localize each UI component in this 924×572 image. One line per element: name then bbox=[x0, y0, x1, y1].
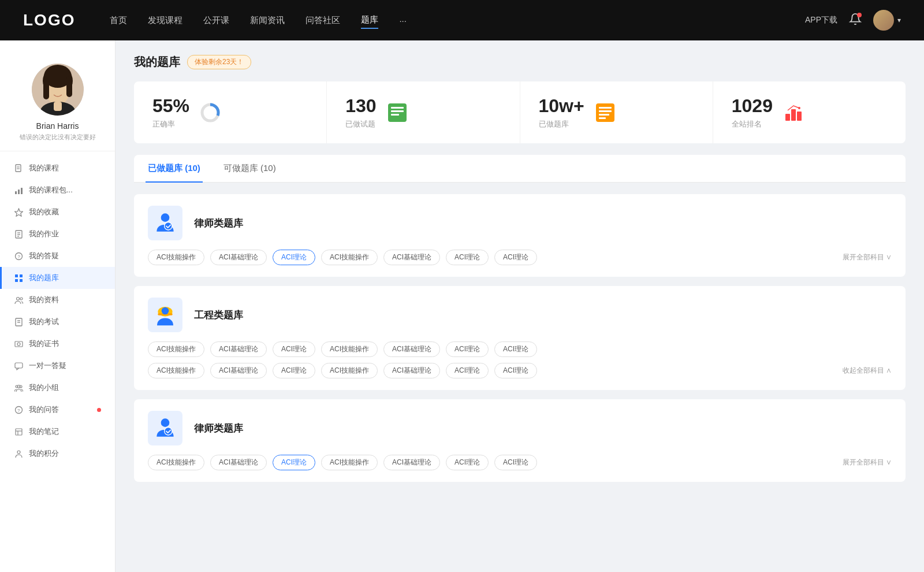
sidebar-label-myqa: 我的问答 bbox=[29, 404, 91, 415]
tag[interactable]: ACI基础理论 bbox=[383, 455, 440, 470]
notification-button[interactable] bbox=[849, 13, 862, 28]
svg-point-58 bbox=[161, 213, 170, 222]
tag[interactable]: ACI技能操作 bbox=[148, 363, 204, 378]
profile-name: Brian Harris bbox=[36, 121, 79, 131]
tag[interactable]: ACI理论 bbox=[446, 341, 489, 357]
svg-point-41 bbox=[17, 451, 20, 454]
svg-rect-38 bbox=[16, 429, 22, 435]
person-icon bbox=[14, 449, 23, 458]
tag[interactable]: ACI基础理论 bbox=[383, 250, 440, 265]
grid-icon bbox=[14, 273, 23, 283]
page-header: 我的题库 体验剩余23天！ bbox=[134, 54, 906, 70]
expand-link-1[interactable]: 展开全部科目 ∨ bbox=[843, 252, 892, 262]
sidebar-label-exam: 我的考试 bbox=[29, 317, 101, 327]
sidebar-label-data: 我的资料 bbox=[29, 295, 101, 305]
svg-text:?: ? bbox=[17, 254, 20, 259]
main-content: 我的题库 体验剩余23天！ 55% 正确率 bbox=[116, 40, 924, 572]
tag[interactable]: ACI技能操作 bbox=[321, 341, 378, 357]
qbank-icon-engineer bbox=[148, 298, 182, 332]
tag[interactable]: ACI技能操作 bbox=[321, 363, 378, 378]
tag[interactable]: ACI基础理论 bbox=[383, 341, 440, 357]
svg-rect-21 bbox=[15, 274, 18, 277]
star-icon bbox=[14, 207, 23, 217]
qbank-card-2: 工程类题库 ACI技能操作 ACI基础理论 ACI理论 ACI技能操作 ACI基… bbox=[134, 286, 906, 390]
tag[interactable]: ACI理论 bbox=[446, 363, 489, 378]
tag[interactable]: ACI理论 bbox=[446, 250, 489, 265]
sidebar-item-group[interactable]: 我的小组 bbox=[0, 377, 115, 399]
sidebar-label-oneonone: 一对一答疑 bbox=[29, 361, 101, 371]
sidebar-item-oneonone[interactable]: 一对一答疑 bbox=[0, 355, 115, 377]
sidebar-item-questions[interactable]: ? 我的答疑 bbox=[0, 245, 115, 267]
logo: LOGO bbox=[23, 11, 75, 29]
tag[interactable]: ACI基础理论 bbox=[383, 363, 440, 378]
svg-rect-47 bbox=[391, 110, 404, 112]
nav-opencourse[interactable]: 公开课 bbox=[203, 13, 229, 28]
tag[interactable]: ACI技能操作 bbox=[148, 341, 204, 357]
tag[interactable]: ACI理论 bbox=[494, 250, 537, 265]
nav-news[interactable]: 新闻资讯 bbox=[250, 13, 285, 28]
tag[interactable]: ACI理论 bbox=[273, 341, 315, 357]
tag[interactable]: ACI基础理论 bbox=[210, 250, 267, 265]
sidebar-item-exam[interactable]: 我的考试 bbox=[0, 311, 115, 333]
svg-marker-14 bbox=[14, 209, 23, 216]
svg-rect-32 bbox=[15, 363, 23, 368]
tab-available[interactable]: 可做题库 (10) bbox=[221, 155, 278, 182]
sidebar-item-points[interactable]: 我的积分 bbox=[0, 443, 115, 465]
done-questions-icon bbox=[386, 101, 409, 124]
svg-rect-56 bbox=[797, 112, 802, 121]
tag[interactable]: ACI技能操作 bbox=[148, 250, 204, 265]
expand-link-3[interactable]: 展开全部科目 ∨ bbox=[843, 458, 892, 467]
sidebar-label-favorites: 我的收藏 bbox=[29, 207, 101, 217]
svg-rect-52 bbox=[599, 114, 609, 116]
nav-qa[interactable]: 问答社区 bbox=[305, 13, 340, 28]
svg-rect-8 bbox=[16, 165, 21, 172]
sidebar-item-myqa[interactable]: ? 我的问答 bbox=[0, 399, 115, 421]
sidebar-item-notes[interactable]: 我的笔记 bbox=[0, 421, 115, 443]
tag[interactable]: ACI理论 bbox=[494, 455, 537, 470]
sidebar-item-homework[interactable]: 我的作业 bbox=[0, 223, 115, 245]
qa-dot bbox=[97, 408, 101, 412]
sidebar-item-coursepack[interactable]: 我的课程包... bbox=[0, 179, 115, 201]
nav-more[interactable]: ··· bbox=[399, 13, 407, 28]
nav-discover[interactable]: 发现课程 bbox=[148, 13, 182, 28]
tag[interactable]: ACI理论 bbox=[446, 455, 489, 470]
avatar bbox=[32, 64, 84, 116]
notification-dot bbox=[857, 13, 862, 17]
sidebar-item-data[interactable]: 我的资料 bbox=[0, 289, 115, 311]
tag[interactable]: ACI基础理论 bbox=[210, 363, 267, 378]
stat-accuracy-value: 55% bbox=[152, 95, 189, 117]
svg-rect-53 bbox=[599, 117, 606, 119]
sidebar-item-favorites[interactable]: 我的收藏 bbox=[0, 201, 115, 223]
tag[interactable]: ACI基础理论 bbox=[210, 341, 267, 357]
main-nav: 首页 发现课程 公开课 新闻资讯 问答社区 题库 ··· bbox=[110, 12, 805, 29]
stat-banks-label: 已做题库 bbox=[539, 119, 584, 129]
tag[interactable]: ACI理论 bbox=[494, 341, 537, 357]
sidebar-label-points: 我的积分 bbox=[29, 448, 101, 459]
app-download-link[interactable]: APP下载 bbox=[805, 15, 837, 25]
sidebar-item-questionbank[interactable]: 我的题库 bbox=[0, 267, 115, 289]
tag[interactable]: ACI技能操作 bbox=[321, 455, 378, 470]
tag[interactable]: ACI理论 bbox=[494, 363, 537, 378]
sidebar-item-certificate[interactable]: 我的证书 bbox=[0, 333, 115, 355]
user-group-icon bbox=[14, 295, 23, 304]
nav-home[interactable]: 首页 bbox=[110, 13, 127, 28]
page-title: 我的题库 bbox=[134, 54, 180, 70]
nav-qbank[interactable]: 题库 bbox=[361, 12, 378, 29]
tag[interactable]: ACI基础理论 bbox=[210, 455, 267, 470]
sidebar-item-course[interactable]: 我的课程 bbox=[0, 157, 115, 179]
tag-active[interactable]: ACI理论 bbox=[273, 250, 315, 265]
tab-done[interactable]: 已做题库 (10) bbox=[146, 155, 203, 182]
tag[interactable]: ACI技能操作 bbox=[148, 455, 204, 470]
sidebar-label-coursepack: 我的课程包... bbox=[29, 185, 101, 195]
profile-section: Brian Harris 错误的决定比没有决定要好 bbox=[0, 52, 115, 151]
tag-active[interactable]: ACI理论 bbox=[273, 455, 315, 470]
user-menu[interactable]: ▾ bbox=[873, 10, 901, 31]
main-layout: Brian Harris 错误的决定比没有决定要好 我的课程 我的课程包... bbox=[0, 40, 924, 572]
collapse-link-2[interactable]: 收起全部科目 ∧ bbox=[843, 366, 892, 376]
svg-point-44 bbox=[206, 109, 214, 117]
qbank-tags-2-row2: ACI技能操作 ACI基础理论 ACI理论 ACI技能操作 ACI基础理论 AC… bbox=[148, 363, 892, 378]
tag[interactable]: ACI技能操作 bbox=[321, 250, 378, 265]
file-icon bbox=[14, 164, 23, 173]
tag[interactable]: ACI理论 bbox=[273, 363, 315, 378]
sidebar-label-certificate: 我的证书 bbox=[29, 339, 101, 349]
